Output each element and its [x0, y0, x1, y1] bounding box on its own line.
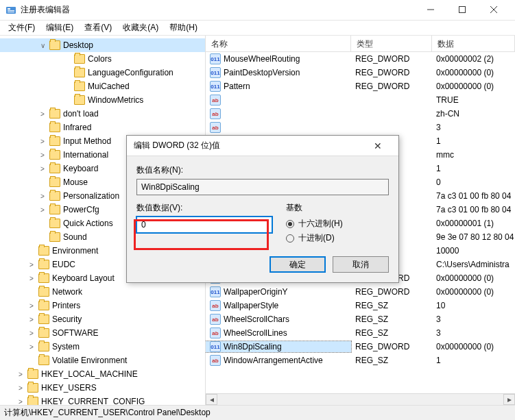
expander-icon[interactable]: >	[38, 193, 47, 200]
tree-item-label: HKEY_CURRENT_CONFIG	[41, 397, 145, 405]
tree-item-label: MuiCached	[88, 82, 130, 91]
close-button[interactable]	[478, 0, 510, 20]
cell-data: 1	[432, 136, 515, 146]
expander-icon[interactable]: ∨	[38, 42, 47, 49]
tree-item-label: Colors	[88, 54, 112, 64]
tree-item-label: LanguageConfiguration	[88, 68, 173, 77]
list-row[interactable]: 011Win8DpiScalingREG_DWORD0x00000000 (0)	[206, 340, 515, 354]
tree-item[interactable]: WindowMetrics	[0, 93, 205, 107]
tree-item[interactable]: >HKEY_LOCAL_MACHINE	[0, 367, 205, 381]
list-row[interactable]: 011PaintDesktopVersionREG_DWORD0x0000000…	[206, 66, 515, 79]
scroll-right-icon[interactable]: ▸	[503, 394, 515, 405]
list-row[interactable]: abTRUE	[206, 93, 515, 107]
menu-help[interactable]: 帮助(H)	[164, 21, 203, 35]
tree-item[interactable]: LanguageConfiguration	[0, 66, 205, 79]
list-hscrollbar[interactable]: ◂ ▸	[206, 393, 515, 405]
radio-hex[interactable]: 十六进制(H)	[286, 218, 389, 230]
value-name-text: WindowArrangementActive	[224, 356, 323, 365]
tree-item[interactable]: Volatile Environment	[0, 354, 205, 367]
maximize-button[interactable]	[446, 0, 478, 20]
expander-icon[interactable]: >	[38, 138, 47, 145]
menu-edit[interactable]: 编辑(E)	[40, 21, 79, 35]
dialog-close-button[interactable]: ✕	[364, 140, 392, 151]
tree-item-label: Quick Actions	[63, 219, 113, 228]
expander-icon[interactable]: >	[27, 275, 36, 282]
expander-icon[interactable]: >	[27, 316, 36, 323]
folder-icon	[27, 397, 38, 405]
scroll-left-icon[interactable]: ◂	[206, 394, 217, 405]
radio-dec[interactable]: 十进制(D)	[286, 232, 389, 244]
expander-icon[interactable]: >	[38, 151, 47, 159]
expander-icon[interactable]: >	[27, 261, 36, 269]
expander-icon[interactable]: >	[16, 398, 25, 406]
expander-icon[interactable]: >	[27, 330, 36, 337]
folder-icon	[74, 82, 85, 91]
tree-item-label: Volatile Environment	[52, 356, 127, 365]
tree-item[interactable]: Infrared	[0, 121, 205, 134]
list-row[interactable]: abzh-CN	[206, 107, 515, 121]
list-row[interactable]: ab3	[206, 121, 515, 134]
folder-icon	[49, 123, 60, 132]
list-header: 名称 类型 数据	[206, 36, 515, 52]
cell-name: abWheelScrollChars	[206, 314, 351, 325]
tree-item[interactable]: >Security	[0, 312, 205, 326]
list-row[interactable]: 011MouseWheelRoutingREG_DWORD0x00000002 …	[206, 52, 515, 66]
expander-icon[interactable]: >	[16, 384, 25, 392]
tree-item[interactable]: >HKEY_USERS	[0, 381, 205, 395]
cell-data: 9e 3e 07 80 12 80 04	[432, 232, 515, 242]
cell-type: REG_SZ	[351, 328, 432, 338]
value-data-input[interactable]	[136, 217, 272, 233]
menu-view[interactable]: 查看(V)	[79, 21, 117, 35]
expander-icon[interactable]: >	[16, 371, 25, 378]
list-row[interactable]: abWindowArrangementActiveREG_SZ1	[206, 354, 515, 367]
value-dword-icon: 011	[210, 67, 221, 78]
tree-item-label: SOFTWARE	[52, 328, 99, 338]
list-row[interactable]: 011WallpaperOriginYREG_DWORD0x00000000 (…	[206, 285, 515, 299]
value-name-input[interactable]	[136, 179, 389, 195]
cell-data: 0x00000000 (0)	[432, 273, 515, 283]
dialog-titlebar[interactable]: 编辑 DWORD (32 位)值 ✕	[127, 136, 398, 156]
value-dword-icon: 011	[210, 341, 221, 352]
scroll-track[interactable]	[217, 394, 503, 405]
cancel-button[interactable]: 取消	[333, 256, 389, 273]
expander-icon[interactable]: >	[38, 110, 47, 118]
tree-item[interactable]: MuiCached	[0, 79, 205, 93]
tree-item[interactable]: >SOFTWARE	[0, 326, 205, 340]
tree-item[interactable]: >HKEY_CURRENT_CONFIG	[0, 395, 205, 405]
cell-type: REG_DWORD	[351, 68, 432, 77]
expander-icon[interactable]: >	[38, 165, 47, 173]
cell-name: ab	[206, 95, 351, 106]
minimize-button[interactable]	[415, 0, 446, 20]
expander-icon[interactable]: >	[27, 302, 36, 310]
menubar: 文件(F) 编辑(E) 查看(V) 收藏夹(A) 帮助(H)	[0, 21, 515, 36]
tree-item[interactable]: Colors	[0, 52, 205, 66]
tree-item[interactable]: >don't load	[0, 107, 205, 121]
tree-item[interactable]: ∨Desktop	[0, 38, 205, 52]
col-header-type[interactable]: 类型	[351, 36, 432, 51]
tree-item[interactable]: Network	[0, 285, 205, 299]
tree-item-label: WindowMetrics	[88, 95, 143, 105]
value-str-icon: ab	[210, 300, 221, 311]
value-data-label: 数值数据(V):	[136, 202, 272, 214]
cell-data: 7a c3 01 00 fb 80 04	[432, 191, 515, 201]
cell-type: REG_SZ	[351, 301, 432, 310]
value-str-icon: ab	[210, 95, 221, 106]
tree-item-label: EUDC	[52, 260, 75, 269]
tree-item[interactable]: >System	[0, 340, 205, 354]
menu-favorites[interactable]: 收藏夹(A)	[117, 21, 164, 35]
tree-item[interactable]: >Printers	[0, 299, 205, 312]
cell-data: TRUE	[432, 95, 515, 105]
menu-file[interactable]: 文件(F)	[3, 21, 40, 35]
folder-icon	[49, 40, 60, 50]
list-row[interactable]: abWheelScrollLinesREG_SZ3	[206, 326, 515, 340]
ok-button[interactable]: 确定	[270, 256, 326, 273]
expander-icon[interactable]: >	[38, 206, 47, 214]
cell-data: 0x00000001 (1)	[432, 219, 515, 228]
expander-icon[interactable]: >	[27, 343, 36, 351]
col-header-name[interactable]: 名称	[206, 36, 351, 51]
col-header-data[interactable]: 数据	[432, 36, 515, 51]
cell-data: 0x00000000 (0)	[432, 68, 515, 77]
list-row[interactable]: abWheelScrollCharsREG_SZ3	[206, 312, 515, 326]
list-row[interactable]: abWallpaperStyleREG_SZ10	[206, 299, 515, 312]
list-row[interactable]: 011PatternREG_DWORD0x00000000 (0)	[206, 79, 515, 93]
